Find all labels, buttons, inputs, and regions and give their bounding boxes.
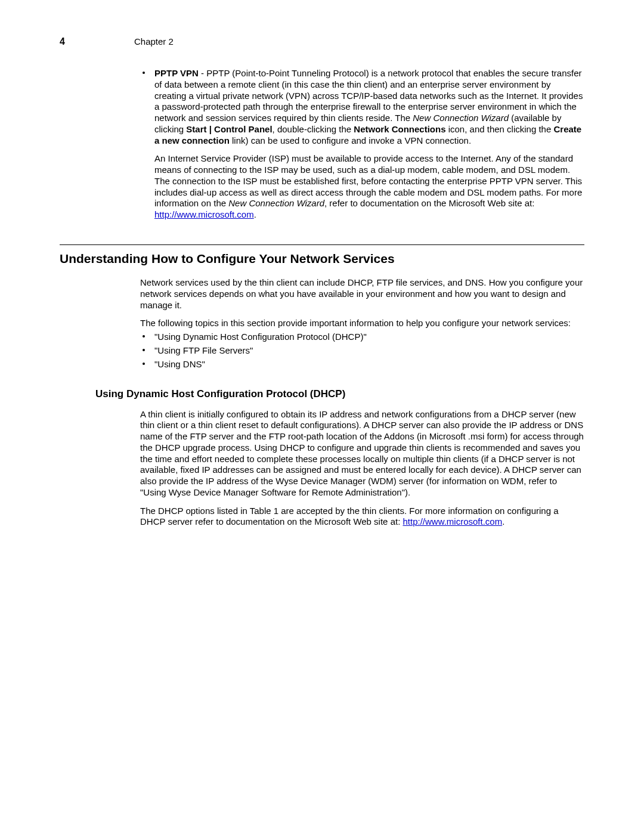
- pptp-bold-start-cp: Start | Control Panel: [186, 124, 272, 134]
- microsoft-link-2[interactable]: http://www.microsoft.com: [402, 516, 502, 527]
- topic-item-dns: "Using DNS": [140, 359, 584, 370]
- pptp-vpn-block: PPTP VPN - PPTP (Point-to-Point Tunnelin…: [140, 68, 584, 221]
- chapter-label: Chapter 2: [134, 36, 174, 48]
- subsection-title-dhcp: Using Dynamic Host Configuration Protoco…: [95, 388, 584, 400]
- pptp-dash: -: [199, 68, 206, 78]
- topic-label: "Using Dynamic Host Configuration Protoc…: [154, 332, 367, 342]
- topic-label: "Using FTP File Servers": [154, 345, 253, 355]
- pptp-bold-lead: PPTP VPN: [154, 68, 199, 78]
- topic-item-dhcp: "Using Dynamic Host Configuration Protoc…: [140, 332, 584, 343]
- dhcp-block: A thin client is initially configured to…: [140, 409, 584, 528]
- bullet-icon: [143, 349, 145, 351]
- microsoft-link-1[interactable]: http://www.microsoft.com: [154, 209, 254, 219]
- network-services-intro: Network services used by the thin client…: [140, 277, 584, 370]
- pptp-paragraph-2: An Internet Service Provider (ISP) must …: [154, 153, 584, 221]
- pptp-bullet-item: PPTP VPN - PPTP (Point-to-Point Tunnelin…: [140, 68, 584, 221]
- bullet-icon: [143, 72, 145, 74]
- bullet-icon: [143, 335, 145, 337]
- section-title-network-services: Understanding How to Configure Your Netw…: [60, 251, 584, 267]
- pptp-italic-wizard2: New Connection Wizard: [228, 198, 324, 208]
- pptp-p1-part3: , double-clicking the: [273, 124, 354, 134]
- dhcp-p1: A thin client is initially configured to…: [140, 409, 584, 498]
- pptp-p1-part4: icon, and then clicking the: [446, 124, 554, 134]
- topic-item-ftp: "Using FTP File Servers": [140, 345, 584, 357]
- pptp-p1-part5: link) can be used to configure and invok…: [230, 135, 471, 145]
- ns-intro-p2: The following topics in this section pro…: [140, 318, 584, 329]
- topic-label: "Using DNS": [154, 359, 205, 369]
- ns-intro-p1: Network services used by the thin client…: [140, 277, 584, 311]
- pptp-italic-wizard: New Connection Wizard: [413, 113, 509, 123]
- pptp-p2-part3: .: [254, 209, 256, 219]
- page-number: 4: [60, 36, 134, 48]
- bullet-icon: [143, 363, 145, 365]
- page-header: 4 Chapter 2: [60, 36, 584, 48]
- document-page: 4 Chapter 2 PPTP VPN - PPTP (Point-to-Po…: [0, 0, 644, 833]
- topic-list: "Using Dynamic Host Configuration Protoc…: [140, 332, 584, 370]
- section-divider: [60, 244, 584, 245]
- pptp-p2-part2: , refer to documentation on the Microsof…: [324, 198, 534, 208]
- dhcp-p2-part2: .: [502, 516, 504, 527]
- dhcp-p2: The DHCP options listed in Table 1 are a…: [140, 506, 584, 528]
- pptp-bold-netconn: Network Connections: [354, 124, 445, 134]
